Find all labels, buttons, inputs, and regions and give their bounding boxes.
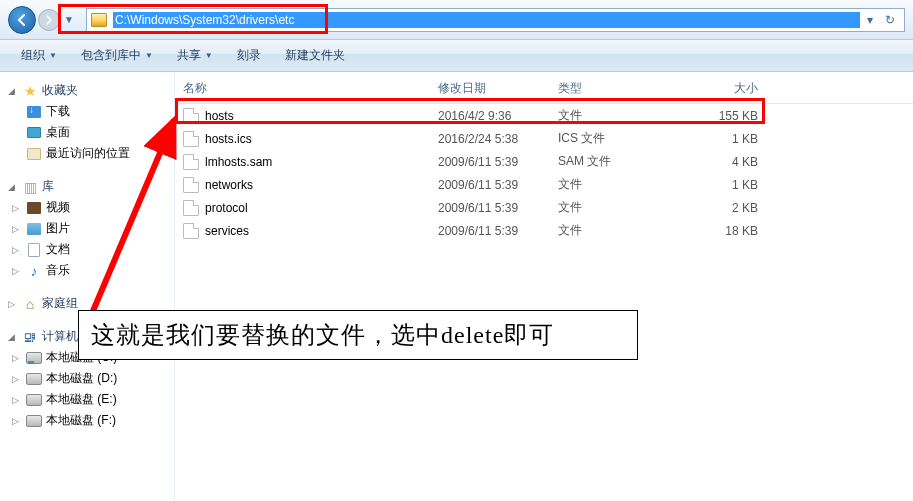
file-size: 4 KB — [668, 155, 758, 169]
sidebar-item-videos[interactable]: ▷视频 — [4, 197, 170, 218]
nav-back-button[interactable] — [8, 6, 36, 34]
download-icon — [27, 106, 41, 118]
file-row[interactable]: hosts2016/4/2 9:36文件155 KB — [175, 104, 913, 127]
file-type: 文件 — [558, 199, 668, 216]
file-date: 2009/6/11 5:39 — [438, 178, 558, 192]
sidebar-item-documents[interactable]: ▷文档 — [4, 239, 170, 260]
music-icon: ♪ — [26, 263, 42, 279]
file-size: 2 KB — [668, 201, 758, 215]
library-icon: ▥ — [22, 179, 38, 195]
folder-icon — [91, 13, 107, 27]
address-bar[interactable]: C:\Windows\System32\drivers\etc ▾ ↻ — [86, 8, 905, 32]
picture-icon — [27, 223, 41, 235]
toolbar: 组织▼ 包含到库中▼ 共享▼ 刻录 新建文件夹 — [0, 40, 913, 72]
organize-button[interactable]: 组织▼ — [10, 42, 68, 69]
file-name: lmhosts.sam — [205, 155, 438, 169]
libraries-group[interactable]: ◢ ▥ 库 — [4, 176, 170, 197]
new-folder-button[interactable]: 新建文件夹 — [274, 42, 356, 69]
video-icon — [27, 202, 41, 214]
expand-icon: ▷ — [8, 299, 18, 309]
file-row[interactable]: services2009/6/11 5:39文件18 KB — [175, 219, 913, 242]
address-dropdown-icon[interactable]: ▾ — [860, 13, 880, 27]
file-list: 名称 修改日期 类型 大小 hosts2016/4/2 9:36文件155 KB… — [175, 72, 913, 501]
file-icon — [183, 223, 199, 239]
main-area: ◢ ★ 收藏夹 下载 桌面 最近访问的位置 ◢ ▥ 库 ▷视频 ▷图片 ▷文档 … — [0, 72, 913, 501]
sidebar-item-disk-e[interactable]: ▷本地磁盘 (E:) — [4, 389, 170, 410]
collapse-icon: ◢ — [8, 182, 18, 192]
disk-icon — [26, 352, 42, 364]
file-name: hosts.ics — [205, 132, 438, 146]
file-type: ICS 文件 — [558, 130, 668, 147]
nav-forward-button[interactable] — [38, 9, 60, 31]
expand-icon: ▷ — [12, 353, 22, 363]
annotation-text: 这就是我们要替换的文件，选中delete即可 — [78, 310, 638, 360]
sidebar-item-recent[interactable]: 最近访问的位置 — [4, 143, 170, 164]
collapse-icon: ◢ — [8, 86, 18, 96]
nav-history-dropdown[interactable]: ▼ — [64, 14, 76, 25]
file-date: 2009/6/11 5:39 — [438, 155, 558, 169]
file-name: networks — [205, 178, 438, 192]
expand-icon: ▷ — [12, 224, 22, 234]
sidebar-item-disk-d[interactable]: ▷本地磁盘 (D:) — [4, 368, 170, 389]
file-row[interactable]: protocol2009/6/11 5:39文件2 KB — [175, 196, 913, 219]
file-row[interactable]: networks2009/6/11 5:39文件1 KB — [175, 173, 913, 196]
file-row[interactable]: lmhosts.sam2009/6/11 5:39SAM 文件4 KB — [175, 150, 913, 173]
file-type: 文件 — [558, 176, 668, 193]
file-date: 2016/2/24 5:38 — [438, 132, 558, 146]
file-date: 2009/6/11 5:39 — [438, 224, 558, 238]
column-type[interactable]: 类型 — [558, 80, 668, 97]
file-size: 155 KB — [668, 109, 758, 123]
expand-icon: ▷ — [12, 245, 22, 255]
favorites-group[interactable]: ◢ ★ 收藏夹 — [4, 80, 170, 101]
chevron-down-icon: ▼ — [49, 51, 57, 60]
file-name: services — [205, 224, 438, 238]
document-icon — [28, 243, 40, 257]
sidebar-item-pictures[interactable]: ▷图片 — [4, 218, 170, 239]
file-row[interactable]: hosts.ics2016/2/24 5:38ICS 文件1 KB — [175, 127, 913, 150]
chevron-down-icon: ▼ — [145, 51, 153, 60]
column-headers[interactable]: 名称 修改日期 类型 大小 — [175, 76, 913, 104]
column-date[interactable]: 修改日期 — [438, 80, 558, 97]
expand-icon: ▷ — [12, 395, 22, 405]
sidebar-item-music[interactable]: ▷♪音乐 — [4, 260, 170, 281]
file-type: 文件 — [558, 107, 668, 124]
burn-button[interactable]: 刻录 — [226, 42, 272, 69]
disk-icon — [26, 415, 42, 427]
expand-icon: ▷ — [12, 203, 22, 213]
expand-icon: ▷ — [12, 374, 22, 384]
disk-icon — [26, 394, 42, 406]
file-name: hosts — [205, 109, 438, 123]
chevron-down-icon: ▼ — [205, 51, 213, 60]
column-name[interactable]: 名称 — [183, 80, 438, 97]
expand-icon: ▷ — [12, 266, 22, 276]
file-type: SAM 文件 — [558, 153, 668, 170]
disk-icon — [26, 373, 42, 385]
file-icon — [183, 108, 199, 124]
homegroup-icon: ⌂ — [22, 296, 38, 312]
computer-icon: 🖳 — [22, 329, 38, 345]
refresh-icon[interactable]: ↻ — [880, 13, 900, 27]
file-icon — [183, 131, 199, 147]
include-in-library-button[interactable]: 包含到库中▼ — [70, 42, 164, 69]
star-icon: ★ — [22, 83, 38, 99]
file-icon — [183, 154, 199, 170]
sidebar-item-disk-f[interactable]: ▷本地磁盘 (F:) — [4, 410, 170, 431]
file-name: protocol — [205, 201, 438, 215]
sidebar-item-downloads[interactable]: 下载 — [4, 101, 170, 122]
recent-icon — [27, 148, 41, 160]
expand-icon: ▷ — [12, 416, 22, 426]
share-button[interactable]: 共享▼ — [166, 42, 224, 69]
file-size: 1 KB — [668, 132, 758, 146]
file-type: 文件 — [558, 222, 668, 239]
navigation-pane: ◢ ★ 收藏夹 下载 桌面 最近访问的位置 ◢ ▥ 库 ▷视频 ▷图片 ▷文档 … — [0, 72, 175, 501]
address-path: C:\Windows\System32\drivers\etc — [113, 12, 860, 28]
address-area: ▼ C:\Windows\System32\drivers\etc ▾ ↻ — [0, 0, 913, 40]
file-date: 2016/4/2 9:36 — [438, 109, 558, 123]
collapse-icon: ◢ — [8, 332, 18, 342]
file-icon — [183, 177, 199, 193]
sidebar-item-desktop[interactable]: 桌面 — [4, 122, 170, 143]
file-size: 18 KB — [668, 224, 758, 238]
column-size[interactable]: 大小 — [668, 80, 758, 97]
file-size: 1 KB — [668, 178, 758, 192]
desktop-icon — [27, 127, 41, 138]
